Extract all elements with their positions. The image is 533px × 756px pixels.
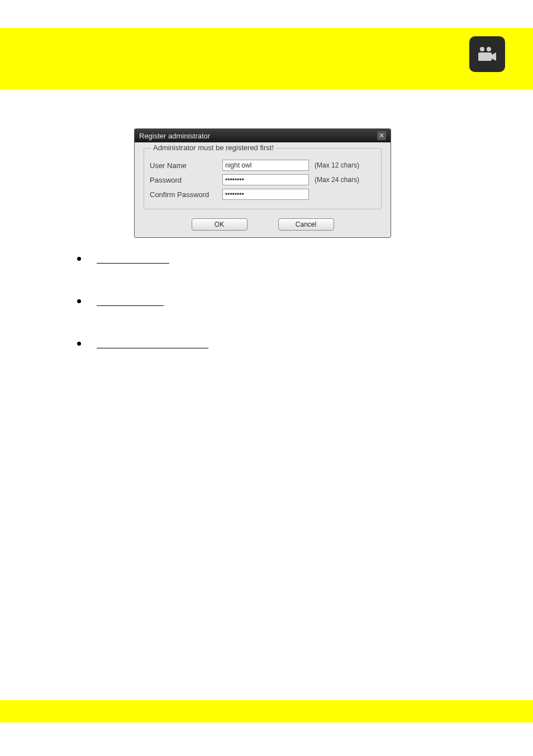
- cancel-button[interactable]: Cancel: [278, 218, 334, 231]
- dialog-title: Register administrator: [139, 132, 210, 140]
- close-icon[interactable]: ✕: [377, 131, 386, 140]
- username-input[interactable]: [222, 160, 309, 171]
- bullet-icon: [77, 342, 81, 346]
- register-admin-dialog: Register administrator ✕ Administrator m…: [134, 128, 391, 238]
- list-item: [77, 253, 488, 264]
- password-input[interactable]: [222, 174, 309, 185]
- username-hint: (Max 12 chars): [315, 161, 359, 169]
- ok-button[interactable]: OK: [192, 218, 248, 231]
- bullet-icon: [77, 299, 81, 303]
- password-hint: (Max 24 chars): [315, 176, 359, 184]
- svg-point-0: [480, 47, 484, 51]
- password-label: Password: [150, 176, 222, 184]
- video-camera-icon: [469, 36, 505, 72]
- confirm-password-label: Confirm Password: [150, 190, 222, 199]
- bullet-text: [97, 338, 208, 348]
- dialog-legend: Administrator must be registered first!: [151, 143, 276, 152]
- bullet-icon: [77, 257, 81, 261]
- bullet-text: [97, 253, 169, 264]
- list-item: [77, 296, 488, 306]
- title-bar: [0, 28, 533, 89]
- list-item: [77, 338, 488, 348]
- svg-point-1: [487, 47, 491, 51]
- footer-bar: [0, 700, 533, 722]
- svg-rect-2: [478, 52, 492, 61]
- confirm-password-input[interactable]: [222, 189, 309, 200]
- dialog-titlebar: Register administrator ✕: [135, 129, 391, 142]
- bullet-text: [97, 296, 164, 306]
- bullet-list: [61, 253, 488, 348]
- username-label: User Name: [150, 161, 222, 170]
